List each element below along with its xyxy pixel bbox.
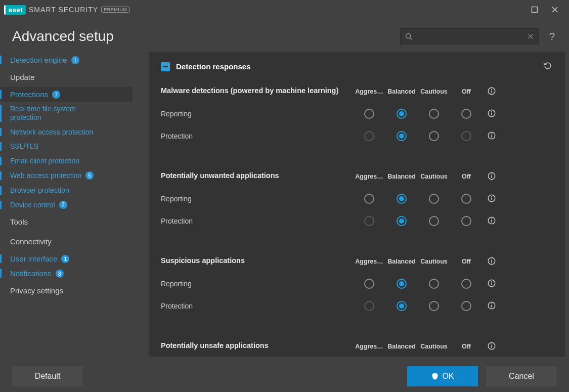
radio-option[interactable] (429, 194, 439, 204)
svg-rect-16 (491, 196, 492, 197)
sidebar-item-connectivity[interactable]: Connectivity (0, 232, 133, 251)
default-button[interactable]: Default (12, 366, 83, 386)
radio-option[interactable] (461, 194, 471, 204)
radio-option[interactable] (397, 194, 407, 204)
sidebar-item-update[interactable]: Update (0, 67, 133, 87)
radio-option[interactable] (461, 109, 471, 119)
shield-icon (431, 372, 439, 380)
radio-cell (385, 273, 418, 295)
radio-option[interactable] (461, 279, 471, 289)
svg-rect-15 (491, 197, 492, 200)
radio-option[interactable] (461, 301, 471, 311)
radio-cell (353, 210, 385, 232)
info-icon[interactable] (487, 279, 496, 289)
radio-cell (353, 125, 385, 147)
radio-option[interactable] (364, 279, 374, 289)
sidebar-sub-ssltls[interactable]: SSL/TLS (0, 139, 133, 154)
info-icon[interactable] (487, 216, 496, 227)
radio-cell (418, 210, 450, 232)
column-header: Off (450, 253, 483, 270)
sidebar-item-label: User interface (10, 254, 57, 263)
info-icon[interactable] (487, 171, 496, 182)
svg-rect-18 (491, 220, 492, 222)
column-header: Balanced (385, 253, 418, 270)
radio-option[interactable] (397, 279, 407, 289)
sidebar-sub-email[interactable]: Email client protection (0, 154, 133, 168)
radio-cell (450, 295, 483, 317)
search-clear-button[interactable] (522, 33, 539, 40)
radio-option[interactable] (397, 216, 407, 226)
svg-rect-12 (491, 175, 492, 178)
svg-rect-10 (491, 133, 492, 134)
radio-option[interactable] (429, 216, 439, 226)
column-header: Aggres… (353, 253, 385, 270)
cancel-button[interactable]: Cancel (486, 366, 557, 386)
search-input[interactable] (417, 33, 522, 40)
window-maximize-button[interactable] (524, 2, 545, 17)
info-icon[interactable] (487, 194, 496, 204)
radio-option (364, 216, 374, 226)
info-icon[interactable] (487, 301, 496, 312)
radio-cell (385, 125, 418, 147)
ok-button[interactable]: OK (407, 366, 478, 386)
radio-option[interactable] (364, 109, 374, 119)
sidebar-item-tools[interactable]: Tools (0, 212, 133, 232)
svg-rect-31 (491, 343, 492, 344)
info-icon[interactable] (487, 256, 496, 267)
radio-option[interactable] (429, 301, 439, 311)
column-header: Cautious (418, 338, 450, 355)
sidebar-item-detection-engine[interactable]: Detection engine 1 (0, 53, 133, 67)
sidebar-sub-network[interactable]: Network access protection (0, 125, 133, 140)
sidebar-sub-devicecontrol[interactable]: Device control 2 (0, 198, 133, 212)
column-header: Off (450, 83, 483, 100)
radio-cell (418, 103, 450, 125)
radio-option[interactable] (429, 131, 439, 141)
radio-option[interactable] (429, 109, 439, 119)
radio-option (364, 131, 374, 141)
collapse-icon[interactable] (161, 62, 170, 71)
sidebar-sub-browser[interactable]: Browser protection (0, 183, 133, 198)
radio-cell (353, 295, 385, 317)
radio-cell (450, 273, 483, 295)
radio-option[interactable] (397, 301, 407, 311)
info-icon[interactable] (487, 341, 496, 352)
sidebar-item-label: Network access protection (10, 128, 93, 137)
search-box[interactable] (400, 28, 539, 45)
sidebar-sub-realtime[interactable]: Real-time file system protection (0, 102, 101, 125)
footer: Default OK Cancel (0, 361, 569, 392)
reset-section-button[interactable] (543, 61, 553, 72)
radio-cell (418, 295, 450, 317)
column-header: Balanced (385, 338, 418, 355)
svg-rect-0 (532, 7, 538, 13)
radio-option[interactable] (397, 109, 407, 119)
radio-cell (418, 125, 450, 147)
info-icon[interactable] (487, 131, 496, 142)
brand-product: SMART SECURITY (29, 6, 98, 14)
help-button[interactable]: ? (547, 31, 557, 42)
sidebar-item-label: Notifications (10, 269, 52, 278)
radio-cell (353, 103, 385, 125)
radio-option[interactable] (364, 194, 374, 204)
info-icon[interactable] (487, 109, 496, 119)
sidebar: Detection engine 1 Update Protections 7 … (0, 52, 133, 357)
sidebar-item-notifications[interactable]: Notifications 3 (0, 266, 133, 281)
radio-option[interactable] (461, 216, 471, 226)
sidebar-item-badge: 3 (56, 270, 64, 278)
radio-cell (418, 188, 450, 210)
sidebar-item-ui[interactable]: User interface 1 (0, 251, 133, 266)
column-header: Cautious (418, 168, 450, 185)
sidebar-sub-webaccess[interactable]: Web access protection 5 (0, 168, 133, 183)
radio-option[interactable] (429, 279, 439, 289)
sidebar-item-protections[interactable]: Protections 7 (0, 87, 133, 102)
sidebar-item-label: Protections (10, 90, 48, 99)
column-header: Balanced (385, 168, 418, 185)
radio-cell (450, 103, 483, 125)
info-icon[interactable] (487, 86, 496, 97)
column-header: Off (450, 338, 483, 355)
svg-rect-4 (491, 89, 492, 90)
window-close-button[interactable] (545, 2, 565, 17)
radio-option[interactable] (397, 131, 407, 141)
svg-rect-28 (491, 303, 492, 304)
column-header: Cautious (418, 83, 450, 100)
sidebar-item-privacy[interactable]: Privacy settings (0, 281, 133, 300)
